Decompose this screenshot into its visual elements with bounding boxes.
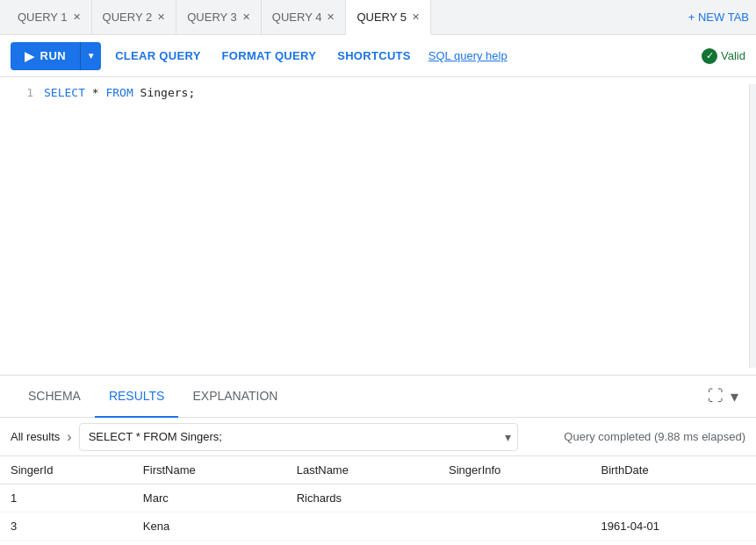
tab-results-label: RESULTS <box>109 389 165 403</box>
code-editor[interactable]: SELECT * FROM Singers; <box>44 84 749 368</box>
table-cell: Kena <box>133 513 286 541</box>
tab-query2-label: QUERY 2 <box>103 11 153 24</box>
tab-query2[interactable]: QUERY 2 ✕ <box>92 0 177 35</box>
valid-check-icon: ✓ <box>702 48 717 64</box>
run-button-group: ▶ RUN ▼ <box>11 42 101 70</box>
tab-query1[interactable]: QUERY 1 ✕ <box>7 0 92 35</box>
table-cell: 1961-04-01 <box>590 513 756 541</box>
col-birthdate: BirthDate <box>590 456 756 484</box>
table-name: Singers; <box>140 86 196 99</box>
tab-query4-close[interactable]: ✕ <box>327 12 335 22</box>
table-row: 1MarcRichards <box>0 484 756 513</box>
result-tabs: SCHEMA RESULTS EXPLANATION ⛶ ▾ <box>0 376 756 418</box>
tab-query5-label: QUERY 5 <box>356 11 407 24</box>
table-cell <box>590 484 756 513</box>
table-cell: Richards <box>286 484 438 513</box>
tab-query5[interactable]: QUERY 5 ✕ <box>346 0 431 35</box>
tab-schema[interactable]: SCHEMA <box>14 376 95 418</box>
run-dropdown-button[interactable]: ▼ <box>80 42 101 70</box>
tab-results[interactable]: RESULTS <box>95 376 179 418</box>
table-row: 3Kena1961-04-01 <box>0 513 756 541</box>
all-results-label: All results <box>11 430 60 443</box>
valid-label: Valid <box>721 49 745 62</box>
col-singer-id: SingerId <box>0 456 133 484</box>
new-tab-label: + NEW TAB <box>688 11 749 24</box>
table-header-row: SingerId FirstName LastName SingerInfo B… <box>0 456 756 484</box>
sql-help-link[interactable]: SQL query help <box>428 49 508 62</box>
tab-query3-label: QUERY 3 <box>187 11 237 24</box>
query-select-wrapper: SELECT * FROM Singers; ▾ <box>79 423 518 451</box>
bottom-section: SCHEMA RESULTS EXPLANATION ⛶ ▾ All resul… <box>0 376 756 541</box>
line-numbers: 1 <box>0 84 44 368</box>
format-query-button[interactable]: FORMAT QUERY <box>215 49 324 62</box>
chevron-down-icon[interactable]: ▾ <box>727 384 742 410</box>
table-cell: 3 <box>0 513 133 541</box>
col-singerinfo: SingerInfo <box>438 456 590 484</box>
tab-explanation[interactable]: EXPLANATION <box>178 376 292 418</box>
tab-query3-close[interactable]: ✕ <box>242 12 250 22</box>
tab-query3[interactable]: QUERY 3 ✕ <box>176 0 262 35</box>
keyword-from: FROM <box>105 86 133 99</box>
run-button[interactable]: ▶ RUN <box>11 42 80 70</box>
tab-query4-label: QUERY 4 <box>272 11 322 24</box>
table-cell: 1 <box>0 484 133 513</box>
run-label: RUN <box>40 49 67 62</box>
line-number-1: 1 <box>26 86 33 99</box>
tab-query1-close[interactable]: ✕ <box>73 12 81 22</box>
valid-badge: ✓ Valid <box>702 48 745 64</box>
query-select[interactable]: SELECT * FROM Singers; <box>79 423 518 451</box>
new-tab-button[interactable]: + NEW TAB <box>688 11 749 24</box>
table-cell <box>438 484 590 513</box>
editor-area: 1 SELECT * FROM Singers; <box>0 77 756 376</box>
col-firstname: FirstName <box>133 456 286 484</box>
table-cell <box>286 513 438 541</box>
results-table: SingerId FirstName LastName SingerInfo B… <box>0 456 756 541</box>
chevron-right-icon: › <box>67 429 71 445</box>
table-cell <box>438 513 590 541</box>
expand-icon[interactable]: ⛶ <box>704 384 727 409</box>
tab-explanation-label: EXPLANATION <box>192 389 277 403</box>
operator-star: * <box>92 86 106 99</box>
tab-query5-close[interactable]: ✕ <box>412 12 420 22</box>
table-cell: Marc <box>133 484 286 513</box>
tab-schema-label: SCHEMA <box>28 389 81 403</box>
scrollbar[interactable] <box>749 84 756 368</box>
play-icon: ▶ <box>25 49 35 63</box>
clear-query-button[interactable]: CLEAR QUERY <box>108 49 207 62</box>
tab-query4[interactable]: QUERY 4 ✕ <box>262 0 347 35</box>
query-elapsed: Query completed (9.88 ms elapsed) <box>564 430 745 443</box>
tab-query1-label: QUERY 1 <box>18 11 68 24</box>
keyword-select: SELECT <box>44 86 85 99</box>
toolbar: ▶ RUN ▼ CLEAR QUERY FORMAT QUERY SHORTCU… <box>0 35 756 77</box>
results-table-wrapper: SingerId FirstName LastName SingerInfo B… <box>0 456 756 541</box>
shortcuts-button[interactable]: SHORTCUTS <box>330 49 418 62</box>
dropdown-arrow-icon: ▼ <box>87 51 96 61</box>
col-lastname: LastName <box>286 456 438 484</box>
tab-query2-close[interactable]: ✕ <box>157 12 165 22</box>
results-toolbar: All results › SELECT * FROM Singers; ▾ Q… <box>0 418 756 456</box>
tab-bar: QUERY 1 ✕ QUERY 2 ✕ QUERY 3 ✕ QUERY 4 ✕ … <box>0 0 756 35</box>
